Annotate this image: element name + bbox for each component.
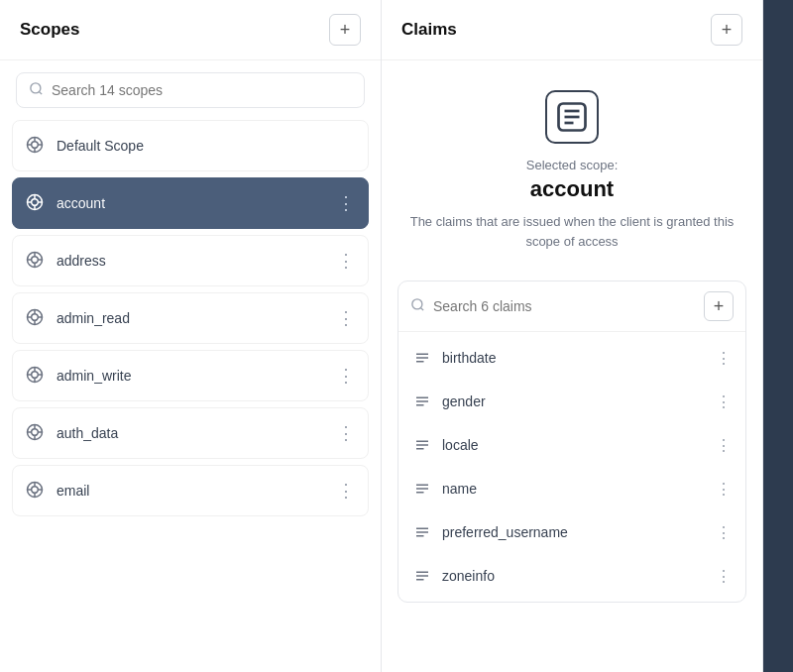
scope-item-account[interactable]: account ⋮ — [12, 177, 369, 229]
claim-item-label: name — [442, 481, 716, 497]
claim-item-label: zoneinfo — [442, 568, 716, 584]
claims-search-icon — [410, 297, 425, 315]
scope-item-address[interactable]: address ⋮ — [12, 235, 369, 286]
scope-icon — [25, 365, 47, 387]
scope-icon — [25, 480, 47, 502]
claim-more-button[interactable]: ⋮ — [716, 392, 732, 411]
claims-search-bar: + — [398, 281, 745, 332]
claim-item-zoneinfo[interactable]: zoneinfo ⋮ — [398, 554, 745, 598]
claim-item-gender[interactable]: gender ⋮ — [398, 380, 745, 423]
claim-item-name[interactable]: name ⋮ — [398, 467, 745, 510]
svg-point-21 — [32, 314, 39, 321]
claim-item-label: birthdate — [442, 350, 716, 366]
scope-more-button[interactable]: ⋮ — [337, 367, 356, 385]
claims-title: Claims — [401, 20, 457, 40]
add-scope-button[interactable]: + — [329, 14, 361, 46]
claim-icon — [412, 522, 432, 542]
scope-more-button[interactable]: ⋮ — [337, 424, 356, 442]
claims-add-in-search-button[interactable]: + — [704, 291, 734, 321]
svg-point-39 — [32, 487, 39, 494]
claim-item-birthdate[interactable]: birthdate ⋮ — [398, 336, 745, 380]
claim-icon — [412, 566, 432, 586]
scope-item-email[interactable]: email ⋮ — [12, 465, 369, 516]
svg-point-3 — [32, 142, 39, 149]
selected-scope-info: Selected scope: account The claims that … — [382, 60, 762, 271]
scopes-search-input[interactable] — [52, 82, 352, 98]
selected-scope-description: The claims that are issued when the clie… — [401, 212, 742, 251]
scope-item-label: account — [57, 195, 337, 211]
claim-more-button[interactable]: ⋮ — [716, 480, 732, 499]
scope-item-label: admin_write — [57, 368, 337, 384]
claims-search-input[interactable] — [433, 298, 704, 314]
claim-item-label: gender — [442, 393, 716, 409]
claim-more-button[interactable]: ⋮ — [716, 436, 732, 455]
scope-item-auth-data[interactable]: auth_data ⋮ — [12, 407, 369, 459]
selected-scope-label: Selected scope: — [526, 158, 619, 172]
claim-more-button[interactable]: ⋮ — [716, 523, 732, 542]
scopes-title: Scopes — [20, 20, 79, 40]
svg-point-27 — [32, 372, 39, 379]
claim-more-button[interactable]: ⋮ — [716, 567, 732, 586]
scope-icon — [25, 135, 47, 157]
claim-icon — [412, 479, 432, 499]
scope-item-label: Default Scope — [57, 138, 356, 154]
scope-icon — [25, 250, 47, 272]
svg-point-9 — [32, 199, 39, 206]
svg-point-33 — [32, 429, 39, 436]
scope-item-label: address — [57, 253, 337, 269]
claim-list: birthdate ⋮ gender ⋮ — [398, 332, 745, 602]
add-claim-button[interactable]: + — [711, 14, 742, 46]
scope-more-button[interactable]: ⋮ — [337, 252, 356, 270]
claim-icon — [412, 392, 432, 411]
scope-list: Default Scope account ⋮ — [0, 120, 381, 672]
claim-item-label: preferred_username — [442, 524, 716, 540]
svg-point-0 — [31, 83, 41, 93]
scope-item-default-scope[interactable]: Default Scope — [12, 120, 369, 171]
scope-icon — [25, 307, 47, 329]
scope-item-label: email — [57, 483, 337, 499]
svg-point-48 — [412, 299, 422, 309]
scope-icon — [25, 422, 47, 444]
search-icon — [29, 81, 44, 99]
scope-icon — [25, 192, 47, 214]
claims-panel-header: Claims + — [382, 0, 762, 60]
scope-more-button[interactable]: ⋮ — [337, 194, 356, 212]
selected-scope-icon — [545, 90, 599, 144]
claims-search-section: + birthdate ⋮ — [397, 280, 746, 603]
scope-more-button[interactable]: ⋮ — [337, 309, 356, 327]
claims-panel: Claims + Selected scope: account The cla… — [382, 0, 763, 672]
claim-icon — [412, 435, 432, 455]
svg-point-15 — [32, 257, 39, 264]
claim-item-preferred-username[interactable]: preferred_username ⋮ — [398, 510, 745, 554]
scopes-panel: Scopes + Default Scop — [0, 0, 382, 672]
scope-item-admin-write[interactable]: admin_write ⋮ — [12, 350, 369, 401]
claim-icon — [412, 348, 432, 368]
svg-line-1 — [39, 91, 42, 94]
scopes-search-bar — [16, 72, 365, 108]
selected-scope-name: account — [530, 176, 614, 202]
svg-line-49 — [420, 307, 423, 310]
claim-item-locale[interactable]: locale ⋮ — [398, 423, 745, 467]
scope-item-label: auth_data — [57, 425, 337, 441]
claim-item-label: locale — [442, 437, 716, 453]
claim-more-button[interactable]: ⋮ — [716, 349, 732, 368]
scopes-panel-header: Scopes + — [0, 0, 381, 60]
scope-item-admin-read[interactable]: admin_read ⋮ — [12, 292, 369, 344]
scope-item-label: admin_read — [57, 310, 337, 326]
scope-more-button[interactable]: ⋮ — [337, 482, 356, 500]
right-panel — [763, 0, 793, 672]
